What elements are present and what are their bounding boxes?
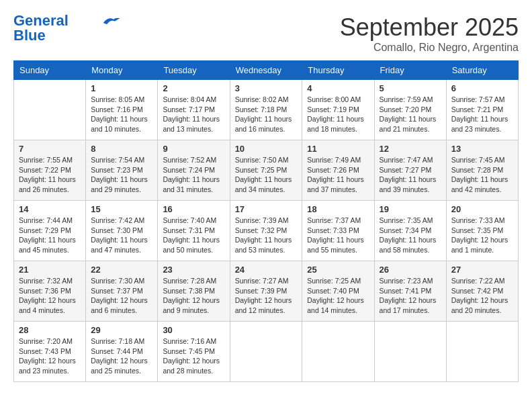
calendar-cell: 4Sunrise: 8:00 AM Sunset: 7:19 PM Daylig… (302, 80, 374, 140)
calendar-cell: 20Sunrise: 7:33 AM Sunset: 7:35 PM Dayli… (446, 201, 518, 261)
logo-bird-icon (101, 15, 121, 28)
calendar-header-saturday: Saturday (446, 61, 518, 80)
calendar-cell: 24Sunrise: 7:27 AM Sunset: 7:39 PM Dayli… (230, 261, 302, 322)
day-number: 19 (380, 204, 441, 214)
day-info: Sunrise: 7:54 AM Sunset: 7:23 PM Dayligh… (91, 155, 152, 195)
day-info: Sunrise: 7:16 AM Sunset: 7:45 PM Dayligh… (163, 336, 224, 376)
day-number: 7 (19, 144, 81, 154)
day-number: 6 (451, 83, 513, 93)
calendar-cell: 1Sunrise: 8:05 AM Sunset: 7:16 PM Daylig… (86, 80, 158, 140)
calendar-cell: 8Sunrise: 7:54 AM Sunset: 7:23 PM Daylig… (86, 140, 158, 201)
calendar-cell: 3Sunrise: 8:02 AM Sunset: 7:18 PM Daylig… (230, 80, 302, 140)
day-info: Sunrise: 7:44 AM Sunset: 7:29 PM Dayligh… (19, 216, 81, 255)
day-info: Sunrise: 7:39 AM Sunset: 7:32 PM Dayligh… (235, 216, 298, 255)
day-number: 23 (163, 265, 224, 275)
logo-blue: Blue (13, 28, 46, 43)
logo-text: General (13, 13, 69, 28)
day-number: 18 (307, 204, 369, 214)
calendar-cell: 30Sunrise: 7:16 AM Sunset: 7:45 PM Dayli… (158, 322, 230, 382)
day-number: 8 (91, 144, 152, 154)
calendar-cell: 16Sunrise: 7:40 AM Sunset: 7:31 PM Dayli… (158, 201, 230, 261)
calendar-cell: 11Sunrise: 7:49 AM Sunset: 7:26 PM Dayli… (302, 140, 374, 201)
logo: General Blue (13, 13, 121, 43)
calendar-cell: 2Sunrise: 8:04 AM Sunset: 7:17 PM Daylig… (158, 80, 230, 140)
day-info: Sunrise: 7:20 AM Sunset: 7:43 PM Dayligh… (19, 336, 81, 376)
calendar-header-thursday: Thursday (302, 61, 374, 80)
day-number: 15 (91, 204, 152, 214)
day-number: 27 (451, 265, 513, 275)
day-info: Sunrise: 7:25 AM Sunset: 7:40 PM Dayligh… (307, 276, 369, 316)
calendar-cell (446, 322, 518, 382)
calendar-cell: 27Sunrise: 7:22 AM Sunset: 7:42 PM Dayli… (446, 261, 518, 322)
calendar-header-tuesday: Tuesday (158, 61, 230, 80)
day-info: Sunrise: 7:37 AM Sunset: 7:33 PM Dayligh… (307, 216, 369, 255)
calendar-cell: 13Sunrise: 7:45 AM Sunset: 7:28 PM Dayli… (446, 140, 518, 201)
day-number: 9 (163, 144, 224, 154)
day-info: Sunrise: 7:45 AM Sunset: 7:28 PM Dayligh… (451, 155, 513, 195)
day-info: Sunrise: 7:30 AM Sunset: 7:37 PM Dayligh… (91, 276, 152, 316)
calendar-cell: 19Sunrise: 7:35 AM Sunset: 7:34 PM Dayli… (374, 201, 446, 261)
day-number: 14 (19, 204, 81, 214)
day-info: Sunrise: 7:55 AM Sunset: 7:22 PM Dayligh… (19, 155, 81, 195)
day-info: Sunrise: 7:18 AM Sunset: 7:44 PM Dayligh… (91, 336, 152, 376)
day-info: Sunrise: 7:32 AM Sunset: 7:36 PM Dayligh… (19, 276, 81, 316)
calendar-table: SundayMondayTuesdayWednesdayThursdayFrid… (13, 60, 519, 382)
month-title: September 2025 (340, 13, 519, 42)
calendar-cell: 9Sunrise: 7:52 AM Sunset: 7:24 PM Daylig… (158, 140, 230, 201)
calendar-cell: 12Sunrise: 7:47 AM Sunset: 7:27 PM Dayli… (374, 140, 446, 201)
day-info: Sunrise: 7:22 AM Sunset: 7:42 PM Dayligh… (451, 276, 513, 316)
day-number: 25 (307, 265, 369, 275)
day-number: 1 (91, 83, 152, 93)
day-info: Sunrise: 7:28 AM Sunset: 7:38 PM Dayligh… (163, 276, 224, 316)
calendar-header-sunday: Sunday (14, 61, 86, 80)
calendar-cell: 17Sunrise: 7:39 AM Sunset: 7:32 PM Dayli… (230, 201, 302, 261)
day-info: Sunrise: 8:02 AM Sunset: 7:18 PM Dayligh… (235, 95, 298, 134)
calendar-cell: 15Sunrise: 7:42 AM Sunset: 7:30 PM Dayli… (86, 201, 158, 261)
title-section: September 2025 Comallo, Rio Negro, Argen… (340, 13, 519, 54)
day-number: 29 (91, 325, 152, 335)
day-number: 20 (451, 204, 513, 214)
calendar-cell (14, 80, 86, 140)
calendar-week-4: 21Sunrise: 7:32 AM Sunset: 7:36 PM Dayli… (14, 261, 519, 322)
calendar-week-1: 1Sunrise: 8:05 AM Sunset: 7:16 PM Daylig… (14, 80, 519, 140)
calendar-header-friday: Friday (374, 61, 446, 80)
day-number: 10 (235, 144, 298, 154)
calendar-cell: 10Sunrise: 7:50 AM Sunset: 7:25 PM Dayli… (230, 140, 302, 201)
day-info: Sunrise: 7:47 AM Sunset: 7:27 PM Dayligh… (380, 155, 441, 195)
calendar-cell: 7Sunrise: 7:55 AM Sunset: 7:22 PM Daylig… (14, 140, 86, 201)
day-number: 22 (91, 265, 152, 275)
day-info: Sunrise: 7:33 AM Sunset: 7:35 PM Dayligh… (451, 216, 513, 255)
calendar-cell: 23Sunrise: 7:28 AM Sunset: 7:38 PM Dayli… (158, 261, 230, 322)
calendar-header-monday: Monday (86, 61, 158, 80)
calendar-cell (302, 322, 374, 382)
calendar-cell: 22Sunrise: 7:30 AM Sunset: 7:37 PM Dayli… (86, 261, 158, 322)
day-info: Sunrise: 8:05 AM Sunset: 7:16 PM Dayligh… (91, 95, 152, 134)
calendar-header-wednesday: Wednesday (230, 61, 302, 80)
day-info: Sunrise: 8:04 AM Sunset: 7:17 PM Dayligh… (163, 95, 224, 134)
day-number: 5 (380, 83, 441, 93)
calendar-cell: 28Sunrise: 7:20 AM Sunset: 7:43 PM Dayli… (14, 322, 86, 382)
location-subtitle: Comallo, Rio Negro, Argentina (340, 42, 519, 54)
calendar-cell (374, 322, 446, 382)
calendar-cell: 6Sunrise: 7:57 AM Sunset: 7:21 PM Daylig… (446, 80, 518, 140)
day-info: Sunrise: 7:40 AM Sunset: 7:31 PM Dayligh… (163, 216, 224, 255)
calendar-week-2: 7Sunrise: 7:55 AM Sunset: 7:22 PM Daylig… (14, 140, 519, 201)
day-number: 24 (235, 265, 298, 275)
day-number: 2 (163, 83, 224, 93)
calendar-week-5: 28Sunrise: 7:20 AM Sunset: 7:43 PM Dayli… (14, 322, 519, 382)
page-header: General Blue September 2025 Comallo, Rio… (13, 13, 519, 54)
calendar-week-3: 14Sunrise: 7:44 AM Sunset: 7:29 PM Dayli… (14, 201, 519, 261)
calendar-cell: 21Sunrise: 7:32 AM Sunset: 7:36 PM Dayli… (14, 261, 86, 322)
day-number: 17 (235, 204, 298, 214)
calendar-header-row: SundayMondayTuesdayWednesdayThursdayFrid… (14, 61, 519, 80)
day-number: 11 (307, 144, 369, 154)
day-number: 21 (19, 265, 81, 275)
day-info: Sunrise: 7:49 AM Sunset: 7:26 PM Dayligh… (307, 155, 369, 195)
day-number: 16 (163, 204, 224, 214)
day-info: Sunrise: 7:23 AM Sunset: 7:41 PM Dayligh… (380, 276, 441, 316)
day-number: 12 (380, 144, 441, 154)
calendar-cell: 29Sunrise: 7:18 AM Sunset: 7:44 PM Dayli… (86, 322, 158, 382)
calendar-cell: 5Sunrise: 7:59 AM Sunset: 7:20 PM Daylig… (374, 80, 446, 140)
day-number: 3 (235, 83, 298, 93)
day-number: 28 (19, 325, 81, 335)
